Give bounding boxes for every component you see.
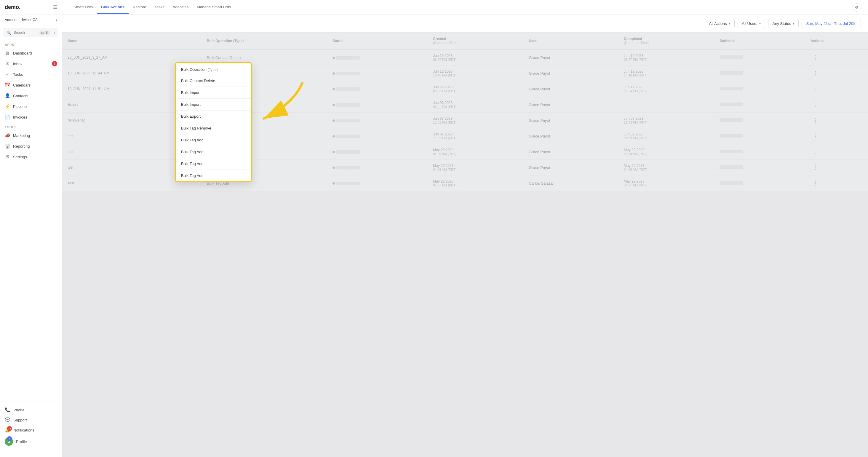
settings-icon: ⚙ [5,154,10,159]
reporting-icon: 📊 [5,144,10,149]
top-nav: Smart ListsBulk ActionsRestoreTasksAgenc… [62,0,868,15]
sidebar-item-label: Dashboard [13,51,32,55]
popup-title: Bulk Operation (Type) [181,67,218,72]
tab-restore[interactable]: Restore [129,1,151,14]
upload-icon[interactable]: ↑ [53,30,55,35]
tools-section-label: Tools [0,122,62,130]
hamburger-icon[interactable]: ☰ [53,4,57,10]
sidebar-item-pipeline[interactable]: ⚡ Pipeline [0,101,62,112]
bottom-items: 📞 Phone 💬 Support 🔔 Notifications 14 G P… [0,405,62,448]
bottom-item-label: Notifications [13,428,34,432]
sidebar-item-label: Tasks [13,72,23,77]
sidebar-item-label: Reporting [13,144,30,149]
popup-item-5[interactable]: Bulk Tag Add [176,134,251,146]
sidebar: demo. ☰ Account -- Irvine, CA ▾ 🔍 Search… [0,0,62,457]
sidebar-item-invoices[interactable]: 📄 Invoices [0,112,62,122]
calendars-icon: 📅 [5,82,10,88]
sidebar-item-label: Contacts [13,94,28,98]
popup-item-1[interactable]: Bulk Import [176,87,251,99]
phone-icon: 📞 [5,407,10,413]
popup-item-6[interactable]: Bulk Tag Add [176,146,251,158]
bottom-item-profile[interactable]: G Profile 7 [0,435,62,448]
popup-item-2[interactable]: Bulk Import [176,99,251,111]
notification-badge: 14 [7,426,12,431]
pipeline-icon: ⚡ [5,104,10,109]
support-icon: 💬 [5,417,10,423]
sidebar-item-contacts[interactable]: 👤 Contacts [0,90,62,101]
account-selector[interactable]: Account -- Irvine, CA ▾ [0,15,62,25]
tab-smart-lists[interactable]: Smart Lists [69,1,97,14]
bulk-operation-popup: Bulk Operation (Type) Bulk Contact Delet… [175,62,252,182]
marketing-icon: 📣 [5,133,10,138]
bottom-item-notifications[interactable]: 🔔 Notifications 14 [0,425,62,435]
sidebar-item-inbox[interactable]: ✉ Inbox 1 [0,58,62,69]
all-actions-button[interactable]: All Actions ▾ [705,19,735,28]
sidebar-item-marketing[interactable]: 📣 Marketing [0,130,62,141]
sidebar-item-tasks[interactable]: ✓ Tasks [0,69,62,80]
chevron-down-icon: ▾ [56,19,57,22]
bottom-item-label: Profile [16,439,27,444]
bottom-item-phone[interactable]: 📞 Phone [0,405,62,415]
top-tabs: Smart ListsBulk ActionsRestoreTasksAgenc… [69,1,848,14]
settings-gear-icon[interactable]: ⚙ [852,3,861,11]
sidebar-item-label: Invoices [13,115,27,119]
popup-item-7[interactable]: Bulk Tag Add [176,158,251,170]
search-icon: 🔍 [6,31,11,35]
popup-items: Bulk Contact DeleteBulk ImportBulk Impor… [176,75,251,181]
sidebar-item-settings[interactable]: ⚙ Settings [0,151,62,162]
logo: demo. [5,4,21,10]
search-bar[interactable]: 🔍 Search ctrl K ↑ [4,28,58,37]
contacts-icon: 👤 [5,93,10,98]
sidebar-bottom: 📞 Phone 💬 Support 🔔 Notifications 14 G P… [0,402,62,451]
main-content: Smart ListsBulk ActionsRestoreTasksAgenc… [62,0,868,457]
content-area: NameBulk Operation (Type)StatusCreated(D… [62,33,868,457]
date-range-button[interactable]: Sun, May 21st - Thu, Jul 20th [802,19,861,28]
popup-item-8[interactable]: Bulk Tag Add [176,170,251,181]
sidebar-item-label: Marketing [13,133,30,138]
sidebar-item-label: Inbox [13,62,23,66]
nav-badge: 1 [52,61,57,66]
apps-section-label: Apps [0,40,62,48]
tab-bulk-actions[interactable]: Bulk Actions [97,1,129,14]
tab-manage-smart-lists[interactable]: Manage Smart Lists [193,1,235,14]
search-shortcut: ctrl K [39,31,50,35]
sidebar-item-reporting[interactable]: 📊 Reporting [0,141,62,151]
popup-header: Bulk Operation (Type) [176,63,251,75]
tasks-icon: ✓ [5,72,10,77]
invoices-icon: 📄 [5,114,10,120]
any-status-button[interactable]: Any Status ▾ [768,19,799,28]
sidebar-item-dashboard[interactable]: ▦ Dashboard [0,48,62,58]
popup-item-3[interactable]: Bulk Export [176,111,251,122]
all-users-button[interactable]: All Users ▾ [738,19,765,28]
chevron-down-icon: ▾ [759,22,761,25]
bottom-item-label: Phone [13,408,25,412]
sidebar-item-label: Pipeline [13,104,27,109]
bottom-item-label: Support [13,418,27,422]
tool-items: 📣 Marketing 📊 Reporting ⚙ Settings [0,130,62,162]
chevron-down-icon: ▾ [729,22,730,25]
sidebar-item-label: Settings [13,155,27,159]
tab-tasks[interactable]: Tasks [151,1,168,14]
inbox-icon: ✉ [5,61,10,66]
bottom-item-support[interactable]: 💬 Support [0,415,62,425]
sidebar-item-calendars[interactable]: 📅 Calendars [0,80,62,90]
sidebar-item-label: Calendars [13,83,31,87]
dashboard-icon: ▦ [5,50,10,56]
popup-type-label: (Type) [208,67,218,72]
account-label: Account -- Irvine, CA [5,18,38,22]
toolbar: All Actions ▾ All Users ▾ Any Status ▾ S… [62,15,868,33]
nav-items: ▦ Dashboard ✉ Inbox 1 ✓ Tasks 📅 Calendar… [0,48,62,122]
notification-badge: 7 [7,436,12,441]
chevron-down-icon: ▾ [793,22,794,25]
search-label: Search [13,31,37,35]
popup-item-0[interactable]: Bulk Contact Delete [176,75,251,87]
sidebar-header: demo. ☰ [0,0,62,15]
tab-agencies[interactable]: Agencies [168,1,193,14]
popup-item-4[interactable]: Bulk Tag Remove [176,122,251,134]
